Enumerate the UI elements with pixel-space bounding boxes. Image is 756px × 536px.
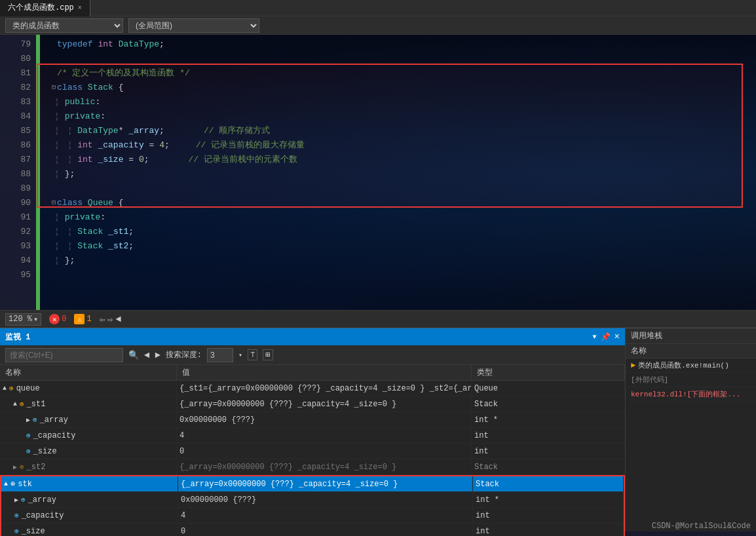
warning-number: 1	[86, 315, 91, 324]
callstack-item-main[interactable]: ► 类的成员函数.exe!main()	[626, 358, 756, 373]
search-next-btn[interactable]: ►	[155, 350, 160, 360]
code-line-92: ¦ ¦ Stack _st1;	[47, 225, 756, 239]
status-bar: 120 % ▾ ✕ 0 ⚠ 1 ⇦ ⇨ ◄	[0, 310, 756, 328]
search-dropdown-arrow[interactable]: ▾	[238, 351, 242, 359]
depth-label: 搜索深度:	[166, 349, 202, 360]
watch-name-size2: ⊕ _size	[1, 524, 178, 536]
column-btn[interactable]: ⊞	[263, 349, 273, 360]
col-header-type: 类型	[472, 365, 625, 380]
code-line-79: typedef int DataType;	[47, 37, 756, 52]
collapse-stack[interactable]: ⊟	[52, 81, 56, 95]
watch-row-stk[interactable]: ▲ ⊕ stk {_array=0x00000000 {???} _capaci…	[1, 476, 624, 492]
watch-row-size1[interactable]: ⊕ _size 0 int	[0, 444, 625, 459]
nav-right-btn[interactable]: ⇨	[107, 314, 113, 325]
nav-prev-btn[interactable]: ◄	[116, 314, 121, 324]
watch-type-size1: int	[472, 444, 625, 459]
expand-stk[interactable]: ▲	[4, 480, 8, 488]
nav-left-btn[interactable]: ⇦	[100, 314, 105, 325]
watch-close-btn[interactable]: ×	[614, 332, 620, 342]
code-line-86: ¦ ¦ int _capacity = 4;// 记录当前栈的最大存储量	[47, 138, 756, 153]
callstack-col-header: 名称	[626, 344, 756, 358]
search-prev-btn[interactable]: ◄	[144, 350, 149, 360]
bottom-panels: 监视 1 ▼ 📌 × 🔍 ◄ ► 搜索深度: ▾ ⊤ ⊞ 名称 值 类型	[0, 328, 756, 531]
code-line-93: ¦ ¦ Stack _st2;	[47, 239, 756, 254]
code-line-80	[47, 52, 756, 66]
watch-title: 监视 1	[5, 332, 30, 343]
watch-row-array2[interactable]: ▶ ⊕ _array 0x00000000 {???} int *	[1, 492, 624, 508]
error-number: 0	[62, 315, 66, 324]
expand-queue[interactable]: ▲	[3, 385, 7, 392]
callstack-item-kernel: kernel32.dll![下面的框架...	[626, 387, 756, 402]
code-line-89	[47, 182, 756, 196]
watch-row-capacity1[interactable]: ⊕ _capacity 4 int	[0, 428, 625, 444]
watermark: CSDN-@MortalSoul&Code	[652, 522, 751, 531]
watch-value-array2: 0x00000000 {???}	[178, 492, 473, 507]
nav-controls: ⇦ ⇨ ◄	[100, 314, 121, 325]
tab-close-button[interactable]: ×	[78, 0, 82, 16]
callstack-item-external: [外部代码]	[626, 373, 756, 387]
tab-item-cpp[interactable]: 六个成员函数.cpp ×	[0, 0, 90, 16]
toolbar: 类的成员函数 (全局范围)	[0, 16, 756, 35]
watch-value-array1: 0x00000000 {???}	[177, 412, 472, 427]
watch-type-stk: Stack	[473, 476, 624, 491]
watch-value-capacity1: 4	[177, 428, 472, 443]
watch-name-capacity1: ⊕ _capacity	[0, 428, 177, 443]
expand-st2[interactable]: ▶	[13, 463, 17, 471]
depth-input[interactable]	[207, 348, 233, 362]
expand-array1[interactable]: ▶	[26, 416, 30, 424]
watch-panel: 监视 1 ▼ 📌 × 🔍 ◄ ► 搜索深度: ▾ ⊤ ⊞ 名称 值 类型	[0, 328, 625, 536]
watch-name-array1: ▶ ⊕ _array	[0, 412, 177, 427]
watch-row-array1[interactable]: ▶ ⊕ _array 0x00000000 {???} int *	[0, 412, 625, 428]
watch-name-size1: ⊕ _size	[0, 444, 177, 459]
callstack-main-text: 类的成员函数.exe!main()	[638, 360, 729, 370]
watch-type-array2: int *	[473, 492, 624, 507]
code-line-87: ¦ ¦ int _size = 0;// 记录当前栈中的元素个数	[47, 153, 756, 167]
watch-value-size1: 0	[177, 444, 472, 459]
code-line-90: ⊟class Queue {	[47, 196, 756, 210]
tab-bar: 六个成员函数.cpp ×	[0, 0, 756, 16]
watch-name-array2: ▶ ⊕ _array	[1, 492, 178, 507]
tab-filename: 六个成员函数.cpp	[8, 0, 74, 16]
filter-btn[interactable]: ⊤	[248, 349, 257, 360]
watch-row-size2[interactable]: ⊕ _size 0 int	[1, 524, 624, 536]
watch-type-array1: int *	[472, 412, 625, 427]
code-line-88: ¦ };	[47, 167, 756, 182]
search-icon[interactable]: 🔍	[128, 350, 139, 360]
callstack-external-text: [外部代码]	[631, 375, 668, 385]
watch-pin-btn[interactable]: 📌	[601, 332, 611, 342]
zoom-control[interactable]: 120 % ▾	[5, 313, 41, 326]
warning-icon: ⚠	[74, 314, 85, 324]
code-line-85: ¦ ¦ DataType* _array;// 顺序存储方式	[47, 124, 756, 138]
watch-table: ▲ ⊕ queue {_st1={_array=0x00000000 {???}…	[0, 381, 625, 536]
callstack-panel: 调用堆栈 名称 ► 类的成员函数.exe!main() [外部代码] kerne…	[625, 328, 756, 531]
watch-value-st1: {_array=0x00000000 {???} _capacity=4 _si…	[177, 396, 472, 412]
editor-area: 79 80 81 82 83 84 85 86 87 88 89 90 91 9…	[0, 35, 756, 310]
watch-row-st1[interactable]: ▲ ⊕ _st1 {_array=0x00000000 {???} _capac…	[0, 396, 625, 412]
callstack-title: 调用堆栈	[631, 330, 662, 341]
watch-row-capacity2[interactable]: ⊕ _capacity 4 int	[1, 508, 624, 524]
watch-header: 监视 1 ▼ 📌 ×	[0, 328, 625, 345]
watch-row-st2[interactable]: ▶ ⊕ _st2 {_array=0x00000000 {???} _capac…	[0, 459, 625, 475]
watch-dropdown-arrow[interactable]: ▼	[593, 334, 597, 341]
code-line-81: /* 定义一个栈的及其构造函数 */	[47, 66, 756, 81]
code-line-95	[47, 268, 756, 282]
watch-row-queue[interactable]: ▲ ⊕ queue {_st1={_array=0x00000000 {???}…	[0, 381, 625, 396]
search-input[interactable]	[5, 348, 123, 362]
expand-array2[interactable]: ▶	[14, 496, 18, 504]
watch-name-capacity2: ⊕ _capacity	[1, 508, 178, 523]
search-bar: 🔍 ◄ ► 搜索深度: ▾ ⊤ ⊞	[0, 345, 625, 365]
callstack-col-name: 名称	[631, 345, 647, 356]
watch-type-queue: Queue	[472, 381, 625, 396]
class-dropdown[interactable]: 类的成员函数	[5, 18, 123, 33]
watch-value-queue: {_st1={_array=0x00000000 {???} _capacity…	[177, 381, 472, 396]
code-content[interactable]: typedef int DataType; /* 定义一个栈的及其构造函数 */…	[40, 35, 756, 310]
scope-dropdown[interactable]: (全局范围)	[128, 18, 259, 33]
watch-value-stk: {_array=0x00000000 {???} _capacity=4 _si…	[178, 476, 473, 491]
line-numbers: 79 80 81 82 83 84 85 86 87 88 89 90 91 9…	[0, 35, 36, 310]
watch-name-st2: ▶ ⊕ _st2	[0, 459, 177, 474]
watch-value-size2: 0	[178, 524, 473, 536]
stk-highlight-section: ▲ ⊕ stk {_array=0x00000000 {???} _capaci…	[0, 475, 625, 536]
collapse-queue[interactable]: ⊟	[52, 196, 56, 210]
expand-st1[interactable]: ▲	[13, 400, 17, 408]
callstack-arrow-icon: ►	[631, 361, 635, 370]
